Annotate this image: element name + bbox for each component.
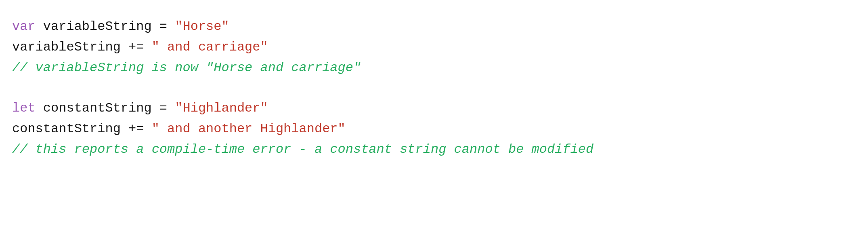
blank-spacer — [12, 78, 856, 98]
code-line-8: // this reports a compile-time error - a… — [12, 139, 856, 160]
string-and-another-highlander: " and another Highlander" — [152, 118, 346, 139]
string-and-carriage: " and carriage" — [152, 37, 268, 57]
comment-compile-error: // this reports a compile-time error - a… — [12, 139, 593, 160]
operator-equals-2: = — [159, 98, 167, 118]
code-line-3: // variableString is now "Horse and carr… — [12, 57, 856, 78]
code-line-6: let constantString = "Highlander" — [12, 98, 856, 118]
identifier-variableString-2: variableString — [12, 37, 121, 57]
code-line-1: var variableString = "Horse" — [12, 16, 856, 37]
code-line-2: variableString += " and carriage" — [12, 37, 856, 57]
identifier-constantString-2: constantString — [12, 118, 121, 139]
operator-plus-eq-2: += — [128, 118, 144, 139]
string-horse: "Horse" — [175, 16, 229, 37]
keyword-let: let — [12, 98, 36, 118]
operator-plus-eq: += — [128, 37, 144, 57]
code-block: var variableString = "Horse" variableStr… — [12, 16, 856, 160]
comment-variableString-now: // variableString is now "Horse and carr… — [12, 57, 361, 78]
identifier-constantString: constantString — [43, 98, 152, 118]
string-highlander: "Highlander" — [175, 98, 268, 118]
identifier-variableString: variableString — [43, 16, 152, 37]
keyword-var: var — [12, 16, 36, 37]
code-line-7: constantString += " and another Highland… — [12, 118, 856, 139]
operator-equals: = — [159, 16, 167, 37]
